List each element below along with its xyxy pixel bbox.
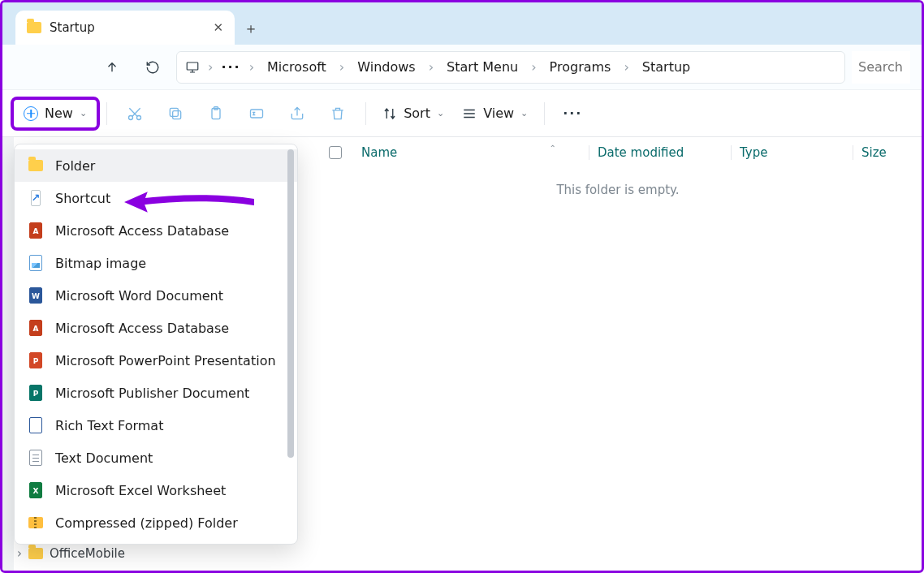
menu-label: Rich Text Format: [55, 418, 163, 433]
separator: [544, 102, 545, 125]
svg-rect-3: [173, 110, 181, 118]
file-list-pane: Name ⌃ Date modified Type Size This fold…: [314, 137, 922, 571]
new-tab-button[interactable]: ＋: [235, 12, 267, 45]
menu-item-powerpoint[interactable]: P Microsoft PowerPoint Presentation: [15, 344, 297, 377]
column-size[interactable]: Size: [853, 145, 907, 160]
new-button[interactable]: New ⌄: [14, 98, 97, 129]
chevron-right-icon: ›: [335, 59, 349, 75]
view-label: View: [483, 106, 514, 121]
breadcrumb-segment[interactable]: Windows: [352, 58, 420, 76]
folder-icon: [27, 22, 41, 33]
access-icon: A: [29, 222, 42, 239]
breadcrumb-segment[interactable]: Startup: [637, 58, 695, 76]
menu-label: Microsoft Word Document: [55, 288, 223, 304]
chevron-right-icon: ›: [619, 59, 633, 75]
folder-icon: [28, 160, 43, 171]
svg-point-2: [137, 115, 141, 119]
share-button[interactable]: [279, 98, 315, 129]
menu-item-folder[interactable]: Folder: [15, 149, 297, 182]
publisher-icon: P: [29, 385, 42, 401]
svg-point-1: [129, 115, 133, 119]
svg-rect-0: [187, 62, 198, 70]
column-date[interactable]: Date modified: [589, 145, 731, 160]
more-button[interactable]: ···: [555, 98, 590, 129]
refresh-button[interactable]: [136, 51, 170, 84]
paste-button[interactable]: [198, 98, 234, 129]
chevron-right-icon: ›: [526, 59, 541, 75]
ellipsis-icon[interactable]: ···: [221, 59, 240, 75]
zip-icon: [28, 517, 43, 528]
breadcrumb-segment[interactable]: Programs: [545, 58, 616, 76]
separator: [365, 102, 366, 125]
rename-button[interactable]: [239, 98, 274, 129]
close-tab-button[interactable]: ✕: [213, 22, 223, 34]
menu-label: Text Document: [55, 450, 153, 466]
folder-icon: [28, 548, 43, 559]
delete-button[interactable]: [320, 98, 356, 129]
powerpoint-icon: P: [29, 352, 42, 368]
chevron-right-icon: ›: [17, 546, 22, 561]
tab-title-label: Startup: [50, 20, 95, 35]
cut-button[interactable]: [117, 98, 153, 129]
chevron-right-icon: ›: [424, 59, 438, 75]
sort-button[interactable]: Sort ⌄: [376, 98, 451, 129]
menu-label: Shortcut: [55, 191, 110, 206]
menu-item-access[interactable]: A Microsoft Access Database: [15, 214, 297, 247]
back-button[interactable]: [14, 51, 48, 84]
menu-item-zip[interactable]: Compressed (zipped) Folder: [15, 506, 297, 539]
menu-item-shortcut[interactable]: ↗ Shortcut: [15, 182, 297, 214]
menu-item-publisher[interactable]: P Microsoft Publisher Document: [15, 377, 297, 409]
menu-item-access-2[interactable]: A Microsoft Access Database: [15, 312, 297, 344]
breadcrumb-segment[interactable]: Start Menu: [442, 58, 523, 76]
plus-circle-icon: [24, 106, 38, 121]
menu-label: Microsoft Access Database: [55, 223, 229, 239]
menu-item-bitmap[interactable]: Bitmap image: [15, 247, 297, 279]
title-bar: Startup ✕ ＋: [2, 2, 922, 45]
view-button[interactable]: View ⌄: [456, 98, 534, 129]
svg-rect-4: [170, 108, 178, 116]
tab-startup[interactable]: Startup ✕: [15, 11, 235, 45]
new-button-label: New: [45, 106, 73, 121]
menu-label: Microsoft Excel Worksheet: [55, 483, 226, 498]
forward-button[interactable]: [54, 51, 89, 84]
navigation-pane[interactable]: [2, 137, 14, 571]
copy-button[interactable]: [158, 98, 193, 129]
tree-item-officemobile[interactable]: › OfficeMobile: [17, 546, 125, 561]
tree-label: OfficeMobile: [50, 546, 125, 561]
menu-label: Bitmap image: [55, 256, 146, 271]
shortcut-icon: ↗: [31, 190, 41, 206]
bitmap-icon: [29, 255, 42, 271]
menu-label: Folder: [55, 158, 95, 174]
command-toolbar: New ⌄ Sort ⌄ View ⌄: [2, 90, 922, 137]
svg-rect-7: [251, 110, 263, 118]
search-input[interactable]: [852, 51, 910, 84]
sort-label: Sort: [404, 106, 430, 121]
menu-item-text[interactable]: Text Document: [15, 442, 297, 474]
column-name-label: Name: [361, 145, 397, 160]
menu-label: Microsoft Access Database: [55, 321, 229, 336]
address-bar[interactable]: › ··· › Microsoft › Windows › Start Menu…: [176, 51, 845, 84]
new-context-menu: Folder ↗ Shortcut A Microsoft Access Dat…: [14, 144, 298, 545]
menu-item-excel[interactable]: X Microsoft Excel Worksheet: [15, 474, 297, 506]
navigation-bar: › ··· › Microsoft › Windows › Start Menu…: [2, 45, 922, 90]
chevron-down-icon: ⌄: [437, 108, 444, 118]
menu-item-rtf[interactable]: Rich Text Format: [15, 409, 297, 442]
breadcrumb-segment[interactable]: Microsoft: [262, 58, 331, 76]
column-name[interactable]: Name ⌃: [353, 145, 589, 160]
menu-item-word[interactable]: W Microsoft Word Document: [15, 279, 297, 312]
text-icon: [29, 450, 42, 466]
up-button[interactable]: [95, 51, 129, 84]
chevron-right-icon: ›: [244, 59, 259, 75]
sort-indicator-icon: ⌃: [550, 144, 556, 153]
access-icon: A: [29, 320, 42, 336]
pc-icon: [185, 60, 200, 75]
column-type[interactable]: Type: [731, 145, 853, 160]
separator: [106, 102, 107, 125]
word-icon: W: [29, 287, 42, 304]
menu-label: Microsoft Publisher Document: [55, 386, 249, 401]
select-all-checkbox[interactable]: [329, 146, 342, 159]
window-frame: Startup ✕ ＋ › ··· › Microsoft › Windows: [0, 0, 924, 573]
menu-scrollbar[interactable]: [287, 149, 294, 539]
menu-label: Compressed (zipped) Folder: [55, 515, 238, 531]
chevron-down-icon: ⌄: [520, 108, 528, 118]
